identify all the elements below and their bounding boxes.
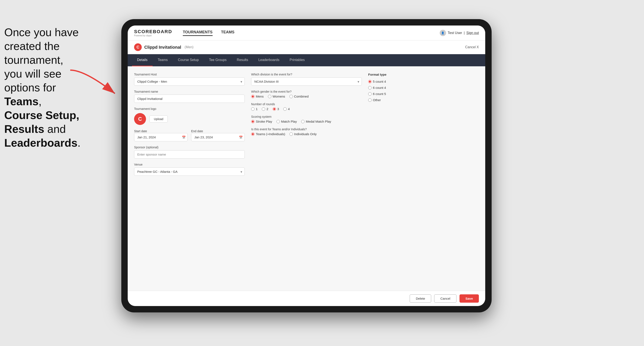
sponsor-group: Sponsor (optional) [134, 146, 245, 159]
username: Test User [448, 31, 462, 35]
teams-radio-group: Teams (+Individuals) Individuals Only [251, 132, 362, 136]
rounds-4-radio[interactable] [283, 107, 287, 111]
individuals-only[interactable]: Individuals Only [290, 132, 317, 136]
start-date-label: Start date [134, 129, 147, 133]
format-5count4-radio[interactable] [368, 80, 372, 83]
format-6count4-label: 6 count 4 [373, 86, 386, 89]
scoring-group: Scoring system Stroke Play Match Play [251, 115, 362, 123]
tab-teams[interactable]: Teams [152, 54, 173, 66]
end-date-input[interactable] [191, 133, 245, 141]
gender-group: Which gender is the event for? Mens Wome… [251, 90, 362, 98]
gender-mens-radio[interactable] [251, 95, 254, 98]
rounds-1-radio[interactable] [251, 107, 254, 111]
rounds-2-radio[interactable] [262, 107, 265, 111]
rounds-label: Number of rounds [251, 102, 362, 106]
form-col-3: Format type 5 count 4 6 count 4 6 count … [368, 73, 479, 176]
rounds-4-label: 4 [288, 107, 290, 111]
rounds-2[interactable]: 2 [262, 107, 268, 111]
format-other[interactable]: Other [368, 98, 479, 102]
logo-subtitle: Powered by clippd [134, 34, 172, 37]
annotation-text: Once you havecreated thetournament,you w… [0, 25, 92, 150]
nav-link-teams[interactable]: TEAMS [221, 30, 234, 36]
rounds-3-radio[interactable] [273, 107, 276, 111]
division-group: Which division is the event for? NCAA Di… [251, 73, 362, 86]
save-button[interactable]: Save [460, 294, 479, 303]
rounds-radio-group: 1 2 3 4 [251, 107, 362, 111]
tab-tee-groups[interactable]: Tee Groups [204, 54, 232, 66]
tab-printables[interactable]: Printables [284, 54, 310, 66]
individuals-radio[interactable] [290, 132, 293, 136]
rounds-1[interactable]: 1 [251, 107, 258, 111]
upload-button[interactable]: Upload [150, 115, 168, 123]
rounds-4[interactable]: 4 [283, 107, 290, 111]
scoring-stroke-radio[interactable] [251, 120, 254, 123]
scoring-label: Scoring system [251, 115, 362, 118]
tab-course-setup[interactable]: Course Setup [173, 54, 204, 66]
footer-bar: Delete Cancel Save [128, 291, 485, 306]
tournament-name-input[interactable] [134, 95, 245, 103]
teams-with-individuals[interactable]: Teams (+Individuals) [251, 132, 285, 136]
format-6count5-radio[interactable] [368, 92, 372, 96]
end-date-label: End date [191, 129, 203, 133]
scoring-medal-label: Medal Match Play [306, 120, 331, 123]
gender-combined[interactable]: Combined [290, 95, 308, 98]
user-separator: | [464, 31, 464, 35]
format-6count4[interactable]: 6 count 4 [368, 86, 479, 89]
format-other-radio[interactable] [368, 98, 372, 102]
sign-out-link[interactable]: Sign out [466, 31, 479, 35]
teams-radio[interactable] [251, 132, 254, 136]
cancel-button-top[interactable]: Cancel X [465, 45, 479, 49]
tab-bar: Details Teams Course Setup Tee Groups Re… [128, 54, 485, 66]
format-6count4-radio[interactable] [368, 86, 372, 89]
scoring-stroke[interactable]: Stroke Play [251, 120, 272, 123]
format-other-label: Other [373, 98, 381, 102]
format-6count5[interactable]: 6 count 5 [368, 92, 479, 96]
user-area: 👤 Test User | Sign out [440, 30, 479, 36]
main-content: Tournament Host Clippd College - Men Tou… [128, 66, 485, 291]
division-wrapper: NCAA Division III [251, 77, 362, 86]
division-select[interactable]: NCAA Division III [251, 77, 362, 86]
format-5count4[interactable]: 5 count 4 [368, 80, 479, 83]
gender-combined-radio[interactable] [290, 95, 293, 98]
scoring-match[interactable]: Match Play [276, 120, 297, 123]
logo-title: SCOREBOARD [134, 29, 172, 34]
tournament-host-wrapper: Clippd College - Men [134, 77, 245, 86]
start-date-input[interactable] [134, 133, 188, 141]
teams-label-text: Teams (+Individuals) [256, 132, 285, 136]
scoring-medal-radio[interactable] [301, 120, 304, 123]
top-navigation: SCOREBOARD Powered by clippd TOURNAMENTS… [128, 25, 485, 40]
tab-details[interactable]: Details [132, 54, 152, 66]
tournament-host-group: Tournament Host Clippd College - Men [134, 73, 245, 86]
gender-mens-label: Mens [256, 95, 264, 98]
start-date-group: Start date [134, 129, 188, 141]
venue-select[interactable]: Peachtree GC - Atlanta - GA [134, 168, 245, 176]
gender-womens-radio[interactable] [268, 95, 271, 98]
logo-area: SCOREBOARD Powered by clippd [134, 29, 172, 37]
cancel-button-footer[interactable]: Cancel [434, 294, 456, 303]
nav-link-tournaments[interactable]: TOURNAMENTS [183, 30, 212, 36]
scoring-radio-group: Stroke Play Match Play Medal Match Play [251, 120, 362, 123]
tournament-header: C Clippd Invitational (Men) Cancel X [128, 40, 485, 54]
tournament-name: Clippd Invitational [144, 45, 181, 50]
tournament-title-area: C Clippd Invitational (Men) [134, 43, 194, 51]
gender-combined-label: Combined [294, 95, 308, 98]
gender-mens[interactable]: Mens [251, 95, 264, 98]
tab-results[interactable]: Results [232, 54, 253, 66]
format-type-area: Format type 5 count 4 6 count 4 6 count … [368, 73, 479, 102]
cancel-label: Cancel [465, 45, 476, 49]
tablet-screen: SCOREBOARD Powered by clippd TOURNAMENTS… [128, 25, 485, 306]
rounds-3-label: 3 [277, 107, 279, 111]
gender-womens[interactable]: Womens [268, 95, 285, 98]
logo-circle: C [134, 113, 146, 125]
user-avatar: 👤 [440, 30, 446, 36]
sponsor-input[interactable] [134, 150, 245, 159]
tournament-name-label: Tournament name [134, 90, 245, 93]
rounds-3[interactable]: 3 [273, 107, 279, 111]
teams-label: Is this event for Teams and/or Individua… [251, 128, 362, 131]
delete-button[interactable]: Delete [410, 294, 431, 303]
scoring-match-radio[interactable] [276, 120, 280, 123]
scoring-medal[interactable]: Medal Match Play [301, 120, 331, 123]
division-label: Which division is the event for? [251, 73, 362, 76]
tournament-host-select[interactable]: Clippd College - Men [134, 77, 245, 86]
tab-leaderboards[interactable]: Leaderboards [253, 54, 284, 66]
